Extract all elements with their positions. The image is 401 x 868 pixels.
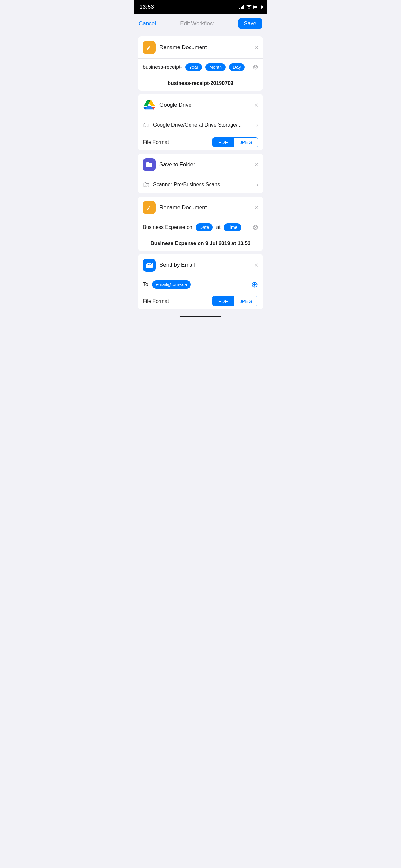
gdrive-chevron: ›	[256, 122, 258, 128]
to-label: To:	[143, 282, 150, 287]
save-folder-chevron: ›	[256, 182, 258, 188]
save-to-folder-path-text: Scanner Pro/Business Scans	[153, 182, 220, 188]
save-to-folder-path-left: 🗂 Scanner Pro/Business Scans	[143, 181, 256, 189]
google-drive-icon	[143, 98, 156, 112]
gdrive-format-toggle: PDF JPEG	[212, 137, 258, 147]
rename-icon-1	[143, 41, 156, 54]
google-drive-format-row: File Format PDF JPEG	[137, 134, 264, 151]
send-email-card: Send by Email × To: email@tomy.ca ⊕ File…	[137, 254, 264, 309]
cancel-button[interactable]: Cancel	[139, 20, 156, 27]
send-email-close-btn[interactable]: ×	[254, 262, 258, 268]
folder-icon: 🗂	[143, 121, 150, 129]
save-to-folder-close-btn[interactable]: ×	[254, 161, 258, 168]
save-to-folder-path-row[interactable]: 🗂 Scanner Pro/Business Scans ›	[137, 176, 264, 193]
tag-day[interactable]: Day	[229, 63, 245, 71]
google-drive-header-left: Google Drive	[143, 98, 191, 112]
rename-document-header-2: Rename Document ×	[137, 197, 264, 219]
tag-date[interactable]: Date	[196, 223, 213, 231]
save-button[interactable]: Save	[238, 18, 262, 29]
rename-preview-text-2: Business Expense on 9 Jul 2019 at 13.53	[150, 241, 251, 246]
signal-icon	[239, 5, 245, 9]
clear-pattern-btn-2[interactable]: ⊗	[252, 224, 258, 231]
gdrive-format-label: File Format	[143, 140, 169, 145]
rename-document-card-2: Rename Document × Business Expense on Da…	[137, 197, 264, 251]
rename-close-btn-2[interactable]: ×	[254, 205, 258, 211]
rename-document-header-left-2: Rename Document	[143, 201, 207, 214]
tag-time[interactable]: Time	[224, 223, 242, 231]
send-email-format-row: File Format PDF JPEG	[137, 293, 264, 309]
gdrive-pdf-button[interactable]: PDF	[212, 137, 234, 147]
nav-bar: Cancel Edit Workflow Save	[134, 14, 267, 33]
name-prefix-1: business-receipt-	[143, 64, 182, 70]
workflow-content: Rename Document × business-receipt- Year…	[134, 33, 267, 313]
save-to-folder-header: Save to Folder ×	[137, 154, 264, 176]
rename-preview-row-2: Business Expense on 9 Jul 2019 at 13.53	[137, 236, 264, 251]
save-to-folder-card: Save to Folder × 🗂 Scanner Pro/Business …	[137, 154, 264, 193]
email-tag[interactable]: email@tomy.ca	[152, 280, 191, 289]
rename-pattern-row-1[interactable]: business-receipt- Year Month Day ⊗	[137, 59, 264, 76]
save-to-folder-header-left: Save to Folder	[143, 158, 195, 171]
email-jpeg-button[interactable]: JPEG	[234, 297, 258, 306]
wifi-icon	[246, 4, 251, 10]
tag-year[interactable]: Year	[185, 63, 202, 71]
rename-document-title-1: Rename Document	[159, 44, 207, 51]
rename-preview-row-1: business-receipt-20190709	[137, 76, 264, 91]
google-drive-card: Google Drive × 🗂 Google Drive/General Dr…	[137, 94, 264, 151]
save-to-folder-title: Save to Folder	[159, 161, 195, 168]
gdrive-jpeg-button[interactable]: JPEG	[234, 137, 258, 147]
send-email-header-left: Send by Email	[143, 259, 195, 272]
save-folder-path-icon: 🗂	[143, 181, 150, 189]
status-time: 13:53	[140, 4, 154, 10]
rename-pattern-left-1: business-receipt- Year Month Day	[143, 63, 252, 71]
send-email-to-left: To: email@tomy.ca	[143, 280, 191, 289]
rename-document-card-1: Rename Document × business-receipt- Year…	[137, 36, 264, 91]
home-indicator	[134, 313, 267, 319]
google-drive-title: Google Drive	[159, 102, 191, 108]
send-email-to-row: To: email@tomy.ca ⊕	[137, 276, 264, 293]
email-format-toggle: PDF JPEG	[212, 296, 258, 306]
name-prefix-2: Business Expense on	[143, 224, 192, 230]
google-drive-path-left: 🗂 Google Drive/General Drive Storage/i..…	[143, 121, 256, 129]
nav-title: Edit Workflow	[180, 20, 214, 27]
status-icons	[239, 4, 262, 10]
battery-icon	[253, 5, 261, 9]
email-format-label: File Format	[143, 299, 169, 304]
google-drive-path-text: Google Drive/General Drive Storage/i...	[153, 122, 243, 128]
rename-close-btn-1[interactable]: ×	[254, 44, 258, 51]
status-bar: 13:53	[134, 0, 267, 14]
email-pdf-button[interactable]: PDF	[212, 297, 234, 306]
rename-pattern-left-2: Business Expense on Date at Time	[143, 223, 252, 231]
add-email-button[interactable]: ⊕	[251, 280, 258, 289]
rename-document-header-left-1: Rename Document	[143, 41, 207, 54]
google-drive-path-row[interactable]: 🗂 Google Drive/General Drive Storage/i..…	[137, 116, 264, 134]
google-drive-close-btn[interactable]: ×	[254, 102, 258, 108]
send-email-header: Send by Email ×	[137, 254, 264, 276]
google-drive-header: Google Drive ×	[137, 94, 264, 116]
home-indicator-bar	[180, 316, 221, 317]
rename-document-header-1: Rename Document ×	[137, 36, 264, 59]
save-folder-icon	[143, 158, 156, 171]
rename-pattern-row-2[interactable]: Business Expense on Date at Time ⊗	[137, 219, 264, 236]
tag-month[interactable]: Month	[205, 63, 226, 71]
clear-pattern-btn-1[interactable]: ⊗	[252, 64, 258, 71]
send-email-title: Send by Email	[159, 262, 195, 268]
rename-icon-2	[143, 201, 156, 214]
rename-document-title-2: Rename Document	[159, 205, 207, 211]
email-icon	[143, 259, 156, 272]
name-at: at	[216, 224, 220, 230]
rename-preview-text-1: business-receipt-20190709	[167, 81, 234, 86]
